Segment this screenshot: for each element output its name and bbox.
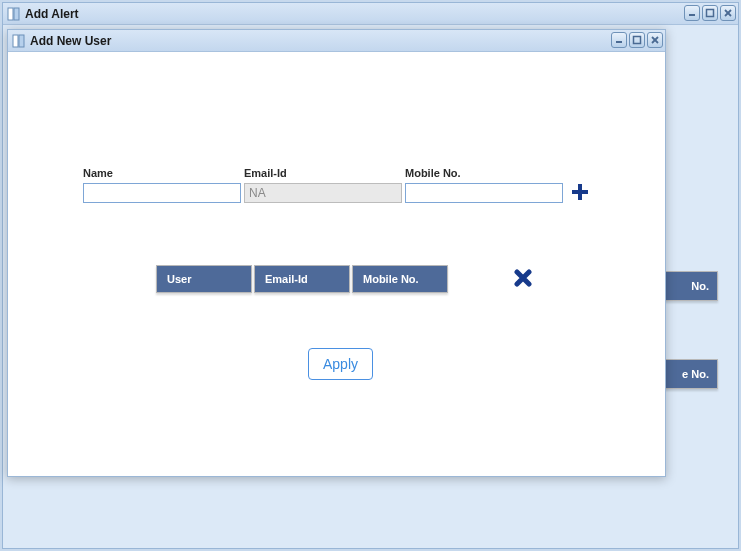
apply-button[interactable]: Apply [308,348,373,380]
column-header-mobile[interactable]: Mobile No. [352,265,448,293]
add-new-user-title: Add New User [30,34,111,48]
add-alert-title: Add Alert [25,7,79,21]
name-input[interactable] [83,183,241,203]
maximize-button[interactable] [702,5,718,21]
inner-window-controls [611,32,663,48]
users-table-header-row: User Email-Id Mobile No. [156,265,532,293]
column-header-user[interactable]: User [156,265,252,293]
apply-button-label: Apply [323,356,358,372]
remove-row-button[interactable] [514,269,532,290]
svg-rect-0 [8,8,13,20]
outer-body: No. e No. Add New User Name [3,25,738,548]
inner-body: Name Email-Id Mobile No. [8,52,665,476]
add-new-user-window: Add New User Name Email-Id [7,29,666,477]
maximize-button[interactable] [629,32,645,48]
outer-window-controls [684,5,736,21]
close-button[interactable] [720,5,736,21]
svg-rect-7 [19,35,24,47]
svg-rect-3 [707,10,714,17]
name-column: Name [83,167,241,203]
window-icon [12,34,26,48]
svg-rect-9 [634,37,641,44]
svg-rect-1 [14,8,19,20]
add-row-button[interactable] [570,183,590,203]
svg-rect-6 [13,35,18,47]
add-new-user-titlebar: Add New User [8,30,665,52]
plus-icon [570,182,590,205]
mobile-column: Mobile No. [405,167,563,203]
email-label: Email-Id [244,167,402,179]
minimize-button[interactable] [684,5,700,21]
svg-rect-13 [572,190,588,194]
column-header-user-label: User [167,273,191,285]
add-alert-window: Add Alert No. e No. Add New User [2,2,739,549]
background-header-2-label: e No. [682,368,709,380]
close-x-icon [514,269,532,290]
column-header-email[interactable]: Email-Id [254,265,350,293]
add-alert-titlebar: Add Alert [3,3,738,25]
column-header-email-label: Email-Id [265,273,308,285]
window-icon [7,7,21,21]
mobile-input[interactable] [405,183,563,203]
email-input [244,183,402,203]
column-header-mobile-label: Mobile No. [363,273,419,285]
mobile-label: Mobile No. [405,167,563,179]
minimize-button[interactable] [611,32,627,48]
background-header-1-label: No. [691,280,709,292]
name-label: Name [83,167,241,179]
email-column: Email-Id [244,167,402,203]
user-form-row: Name Email-Id Mobile No. [83,167,590,203]
close-button[interactable] [647,32,663,48]
